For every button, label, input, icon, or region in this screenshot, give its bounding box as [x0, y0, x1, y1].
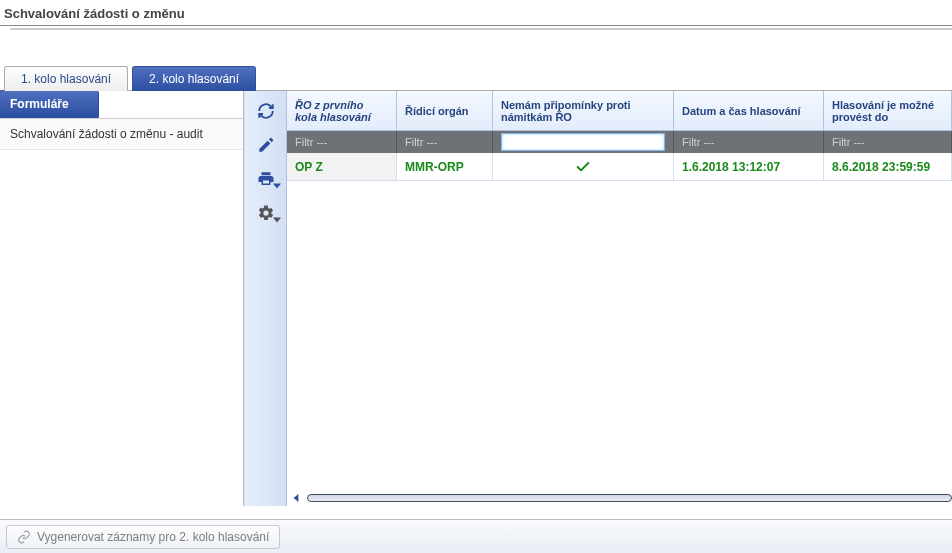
check-icon	[575, 159, 591, 175]
grid-header-row: ŘO z prvního kola hlasování Řídicí orgán…	[287, 91, 952, 131]
vertical-toolbar	[245, 91, 287, 506]
page-title: Schvalování žádosti o změnu	[0, 0, 952, 25]
edit-icon[interactable]	[254, 133, 278, 157]
table-row[interactable]: OP Z MMR-ORP 1.6.2018 13:12:07 8.6.2018 …	[287, 153, 952, 181]
col-header-datum[interactable]: Datum a čas hlasování	[674, 91, 824, 131]
filter-nemam-input[interactable]	[501, 133, 665, 151]
sidebar-item-audit[interactable]: Schvalování žádosti o změnu - audit	[0, 119, 243, 150]
scroll-track[interactable]	[307, 494, 952, 502]
sidebar-header: Formuláře	[0, 90, 99, 118]
generate-round2-label: Vygenerovat záznamy pro 2. kolo hlasován…	[37, 530, 269, 544]
cell-ridici: MMR-ORP	[397, 153, 493, 181]
filter-hlas[interactable]: Filtr ---	[824, 131, 952, 153]
generate-round2-button[interactable]: Vygenerovat záznamy pro 2. kolo hlasován…	[6, 525, 280, 549]
filter-datum[interactable]: Filtr ---	[674, 131, 824, 153]
settings-icon[interactable]	[254, 201, 278, 225]
cell-ro: OP Z	[287, 153, 397, 181]
sidebar: Formuláře Schvalování žádosti o změnu - …	[0, 91, 244, 506]
tab-round-2[interactable]: 2. kolo hlasování	[132, 66, 256, 91]
spacer	[0, 30, 952, 64]
link-icon	[17, 530, 31, 544]
filter-ro[interactable]: Filtr ---	[287, 131, 397, 153]
refresh-icon[interactable]	[254, 99, 278, 123]
horizontal-scrollbar[interactable]	[287, 490, 952, 506]
grid: ŘO z prvního kola hlasování Řídicí orgán…	[287, 91, 952, 506]
cell-datum: 1.6.2018 13:12:07	[674, 153, 824, 181]
top-tabs: 1. kolo hlasování 2. kolo hlasování	[0, 64, 952, 90]
main: ŘO z prvního kola hlasování Řídicí orgán…	[244, 91, 952, 506]
col-header-ridici[interactable]: Řídicí orgán	[397, 91, 493, 131]
print-icon[interactable]	[254, 167, 278, 191]
divider	[0, 25, 952, 26]
cell-nemam	[493, 153, 674, 181]
grid-filter-row: Filtr --- Filtr --- Filtr --- Filtr ---	[287, 131, 952, 153]
col-header-ro[interactable]: ŘO z prvního kola hlasování	[287, 91, 397, 131]
filter-nemam-wrap	[493, 131, 674, 153]
content-row: Formuláře Schvalování žádosti o změnu - …	[0, 90, 952, 506]
tab-round-1[interactable]: 1. kolo hlasování	[4, 66, 128, 91]
grid-empty-space	[287, 181, 952, 490]
scroll-left-icon[interactable]	[291, 493, 301, 503]
sidebar-body: Schvalování žádosti o změnu - audit	[0, 118, 243, 506]
col-header-nemam[interactable]: Nemám připomínky proti námitkám ŘO	[493, 91, 674, 131]
bottom-bar: Vygenerovat záznamy pro 2. kolo hlasován…	[0, 519, 952, 553]
cell-hlas: 8.6.2018 23:59:59	[824, 153, 952, 181]
filter-ridici[interactable]: Filtr ---	[397, 131, 493, 153]
col-header-hlas[interactable]: Hlasování je možné provést do	[824, 91, 952, 131]
